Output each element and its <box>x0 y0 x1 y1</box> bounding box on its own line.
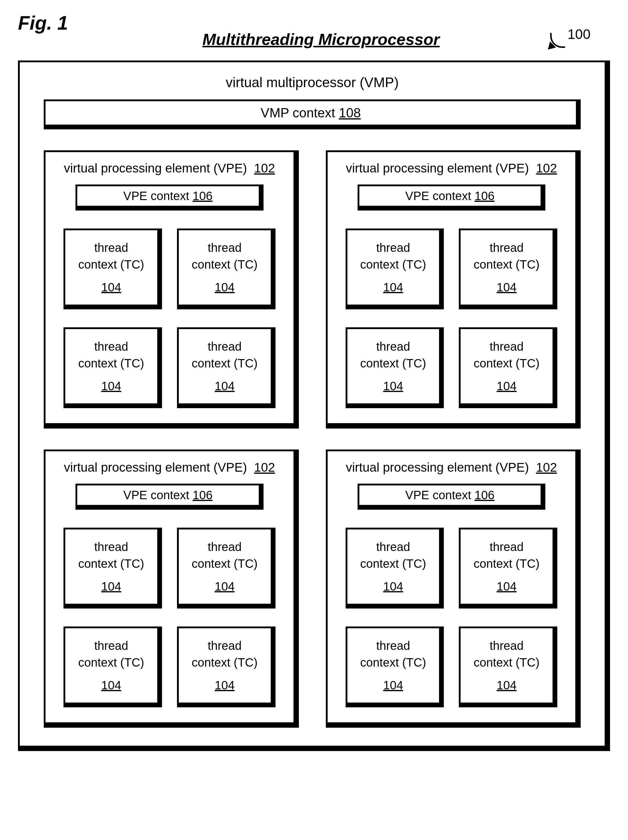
vpe-title: virtual processing element (VPE) 102 <box>346 161 558 175</box>
thread-context-box: threadcontext (TC) 104 <box>459 327 554 405</box>
thread-context-box: threadcontext (TC) 104 <box>346 627 441 704</box>
thread-context-box: threadcontext (TC) 104 <box>177 627 273 704</box>
figure-label: Fig. 1 <box>18 12 68 34</box>
vpe-title: virtual processing element (VPE) 102 <box>63 460 276 475</box>
vpe-box: virtual processing element (VPE) 102 VPE… <box>44 150 295 425</box>
thread-context-box: threadcontext (TC) 104 <box>177 229 273 306</box>
vmp-container: virtual multiprocessor (VMP) VMP context… <box>18 60 606 747</box>
vpe-grid: virtual processing element (VPE) 102 VPE… <box>44 150 581 728</box>
vpe-box: virtual processing element (VPE) 102 VPE… <box>326 450 578 724</box>
diagram-title: Multithreading Microprocessor <box>202 30 440 49</box>
thread-context-box: threadcontext (TC) 104 <box>63 229 159 306</box>
vpe-title: virtual processing element (VPE) 102 <box>63 161 276 175</box>
outer-reference-number: 100 <box>550 12 610 42</box>
arrow-icon <box>550 33 565 48</box>
thread-context-box: threadcontext (TC) 104 <box>63 627 159 704</box>
vpe-box: virtual processing element (VPE) 102 VPE… <box>44 450 295 724</box>
vmp-title: virtual multiprocessor (VMP) <box>44 74 581 90</box>
vpe-context-box: VPE context 106 <box>358 484 543 507</box>
thread-context-box: threadcontext (TC) 104 <box>346 229 441 306</box>
vpe-title: virtual processing element (VPE) 102 <box>346 460 558 475</box>
thread-context-box: threadcontext (TC) 104 <box>346 527 441 606</box>
vpe-context-box: VPE context 106 <box>76 484 260 507</box>
thread-context-box: threadcontext (TC) 104 <box>459 627 554 704</box>
thread-context-box: threadcontext (TC) 104 <box>346 327 441 405</box>
thread-context-box: threadcontext (TC) 104 <box>177 327 273 405</box>
thread-context-box: threadcontext (TC) 104 <box>63 327 159 405</box>
thread-context-box: threadcontext (TC) 104 <box>177 527 273 606</box>
vpe-context-box: VPE context 106 <box>76 185 260 207</box>
thread-context-box: threadcontext (TC) 104 <box>459 527 554 606</box>
thread-context-box: threadcontext (TC) 104 <box>63 527 159 606</box>
vpe-box: virtual processing element (VPE) 102 VPE… <box>326 150 578 425</box>
thread-context-box: threadcontext (TC) 104 <box>459 229 554 306</box>
vpe-context-box: VPE context 106 <box>358 185 543 207</box>
vmp-context-box: VMP context 108 <box>44 99 578 126</box>
